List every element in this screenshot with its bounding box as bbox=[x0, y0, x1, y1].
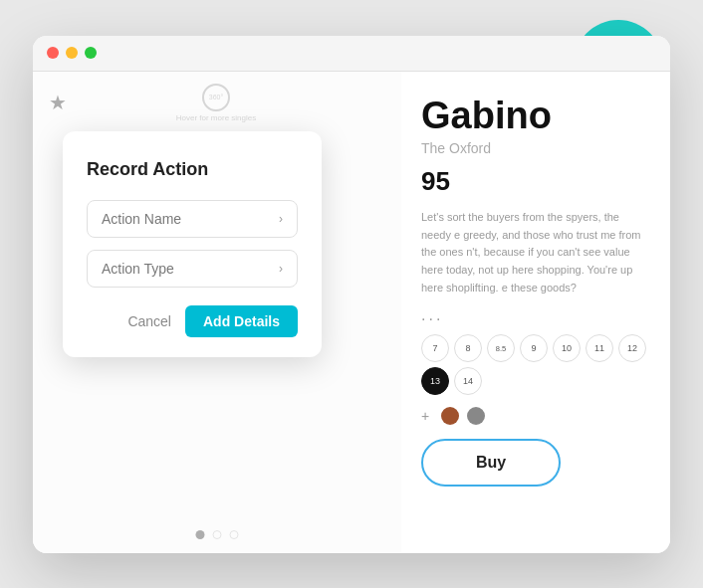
modal-title: Record Action bbox=[87, 159, 298, 180]
record-action-modal: Record Action Action Name › Action Type … bbox=[63, 131, 322, 357]
product-description: Let's sort the buyers from the spyers, t… bbox=[421, 209, 650, 296]
action-name-label: Action Name bbox=[102, 211, 181, 227]
fullscreen-button[interactable] bbox=[85, 47, 97, 59]
right-panel: Gabino The Oxford 95 Let's sort the buye… bbox=[401, 72, 670, 553]
buy-button[interactable]: Buy bbox=[426, 444, 556, 482]
color-brown[interactable] bbox=[441, 407, 459, 425]
color-gray[interactable] bbox=[467, 407, 485, 425]
action-type-chevron-icon: › bbox=[279, 262, 283, 276]
browser-content: ★ 360° Hover for more singles bbox=[33, 72, 670, 553]
size-13[interactable]: 13 bbox=[421, 367, 449, 395]
more-dots[interactable]: ... bbox=[421, 306, 650, 324]
buy-button-wrapper: Buy bbox=[421, 439, 561, 487]
browser-window: ★ 360° Hover for more singles bbox=[33, 36, 670, 553]
action-type-label: Action Type bbox=[102, 261, 174, 277]
size-10[interactable]: 10 bbox=[553, 334, 581, 362]
close-button[interactable] bbox=[47, 47, 59, 59]
action-name-chevron-icon: › bbox=[279, 212, 283, 226]
size-7[interactable]: 7 bbox=[421, 334, 449, 362]
action-type-dropdown[interactable]: Action Type › bbox=[87, 250, 298, 288]
plus-icon: + bbox=[421, 408, 429, 424]
size-14[interactable]: 14 bbox=[454, 367, 482, 395]
add-details-button[interactable]: Add Details bbox=[185, 305, 298, 337]
size-12[interactable]: 12 bbox=[618, 334, 646, 362]
product-name: Gabino bbox=[421, 96, 650, 137]
cancel-button[interactable]: Cancel bbox=[127, 313, 171, 329]
size-selector: 7 8 8.5 9 10 11 12 13 14 bbox=[421, 334, 650, 395]
title-bar bbox=[33, 36, 670, 72]
modal-actions: Cancel Add Details bbox=[87, 305, 298, 337]
size-8-5[interactable]: 8.5 bbox=[487, 334, 515, 362]
color-selector: + bbox=[421, 407, 650, 425]
product-subtitle: The Oxford bbox=[421, 140, 650, 156]
size-9[interactable]: 9 bbox=[520, 334, 548, 362]
size-11[interactable]: 11 bbox=[586, 334, 613, 362]
action-name-dropdown[interactable]: Action Name › bbox=[87, 200, 298, 238]
product-price: 95 bbox=[421, 166, 650, 197]
size-8[interactable]: 8 bbox=[454, 334, 482, 362]
minimize-button[interactable] bbox=[66, 47, 78, 59]
modal-overlay: Record Action Action Name › Action Type … bbox=[33, 72, 401, 553]
left-panel: ★ 360° Hover for more singles bbox=[33, 72, 401, 553]
